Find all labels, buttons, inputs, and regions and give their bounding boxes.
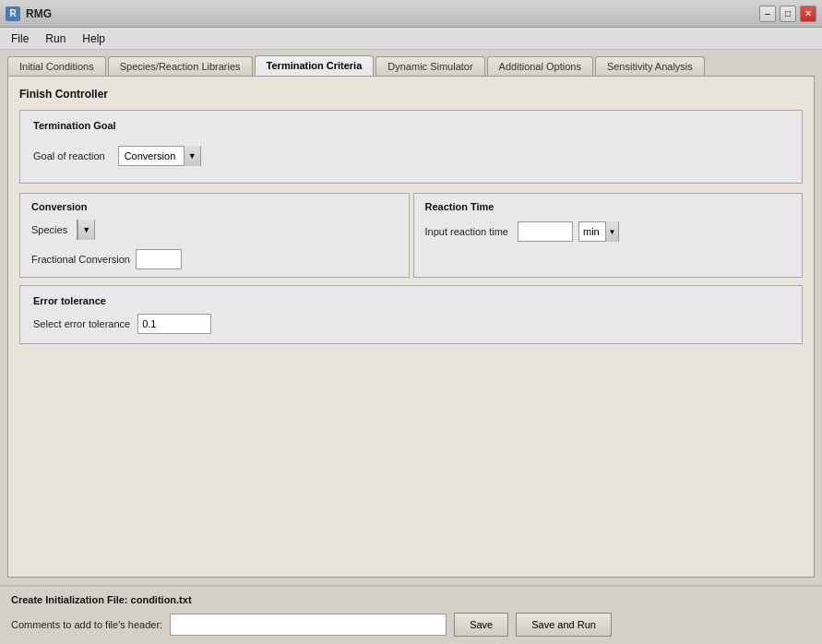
species-label: Species <box>31 224 67 235</box>
species-dropdown[interactable]: ▼ <box>77 220 95 240</box>
initialization-file-label: Create Initialization File: condition.tx… <box>11 594 811 605</box>
two-col-section: Conversion Species ▼ Fractional Conversi… <box>19 193 803 278</box>
unit-dropdown-arrow-icon[interactable]: ▼ <box>605 221 618 242</box>
window-controls: – □ ✕ <box>759 6 816 22</box>
title-bar: R RMG – □ ✕ <box>0 0 822 28</box>
tab-termination-criteria[interactable]: Termination Criteria <box>255 55 375 76</box>
close-button[interactable]: ✕ <box>800 6 816 22</box>
termination-goal-title: Termination Goal <box>33 120 789 131</box>
tab-additional-options[interactable]: Additional Options <box>487 56 593 76</box>
save-and-run-button[interactable]: Save and Run <box>516 613 612 637</box>
tab-dynamic-simulator[interactable]: Dynamic Simulator <box>375 56 484 76</box>
menu-run[interactable]: Run <box>38 30 73 47</box>
comments-label: Comments to add to file's header: <box>11 619 162 630</box>
error-tolerance-input[interactable] <box>137 314 211 334</box>
tab-initial-conditions[interactable]: Initial Conditions <box>7 56 106 76</box>
termination-goal-panel: Termination Goal Goal of reaction Conver… <box>19 110 803 184</box>
input-reaction-time-label: Input reaction time <box>425 226 509 237</box>
goal-of-reaction-row: Goal of reaction Conversion ▼ <box>33 138 789 173</box>
title-bar-left: R RMG <box>6 6 52 21</box>
species-dropdown-arrow-icon[interactable]: ▼ <box>77 220 94 240</box>
comments-input[interactable] <box>170 614 447 636</box>
panel-area: Finish Controller Termination Goal Goal … <box>0 76 822 585</box>
app-icon: R <box>6 6 20 21</box>
error-tolerance-label: Select error tolerance <box>33 318 130 329</box>
unit-dropdown[interactable]: min ▼ <box>578 221 619 242</box>
tab-species-reaction-libraries[interactable]: Species/Reaction Libraries <box>108 56 253 76</box>
error-tolerance-row: Select error tolerance <box>33 314 789 334</box>
error-tolerance-title: Error tolerance <box>33 295 789 306</box>
reaction-time-input[interactable] <box>518 221 573 242</box>
fractional-conversion-label: Fractional Conversion <box>31 254 130 265</box>
menu-file[interactable]: File <box>4 30 36 47</box>
reaction-time-row: Input reaction time min ▼ <box>425 221 792 242</box>
maximize-button[interactable]: □ <box>780 6 796 22</box>
goal-of-reaction-label: Goal of reaction <box>33 150 105 161</box>
error-tolerance-panel: Error tolerance Select error tolerance <box>19 285 803 344</box>
menu-bar: File Run Help <box>0 28 822 50</box>
save-button[interactable]: Save <box>454 613 508 637</box>
finish-controller-label: Finish Controller <box>19 88 803 101</box>
app-title: RMG <box>26 7 52 20</box>
panel-content: Finish Controller Termination Goal Goal … <box>7 76 815 578</box>
unit-value: min <box>579 226 605 237</box>
fractional-conversion-input[interactable] <box>136 249 182 269</box>
reaction-time-title: Reaction Time <box>425 201 792 212</box>
menu-help[interactable]: Help <box>75 30 113 47</box>
minimize-button[interactable]: – <box>759 6 776 22</box>
species-row: Species ▼ <box>31 220 398 240</box>
goal-dropdown-arrow-icon[interactable]: ▼ <box>184 146 200 166</box>
conversion-title: Conversion <box>31 201 398 212</box>
fractional-conversion-row: Fractional Conversion <box>31 249 398 269</box>
tabs-bar: Initial Conditions Species/Reaction Libr… <box>0 50 822 76</box>
bottom-bar: Create Initialization File: condition.tx… <box>0 585 822 644</box>
conversion-panel: Conversion Species ▼ Fractional Conversi… <box>19 193 410 278</box>
goal-dropdown[interactable]: Conversion ▼ <box>118 146 201 166</box>
main-content: Initial Conditions Species/Reaction Libr… <box>0 50 822 644</box>
tab-sensitivity-analysis[interactable]: Sensitivity Analysis <box>595 56 705 76</box>
bottom-action-row: Comments to add to file's header: Save S… <box>11 613 811 637</box>
goal-dropdown-value: Conversion <box>119 150 184 161</box>
reaction-time-panel: Reaction Time Input reaction time min ▼ <box>413 193 804 278</box>
